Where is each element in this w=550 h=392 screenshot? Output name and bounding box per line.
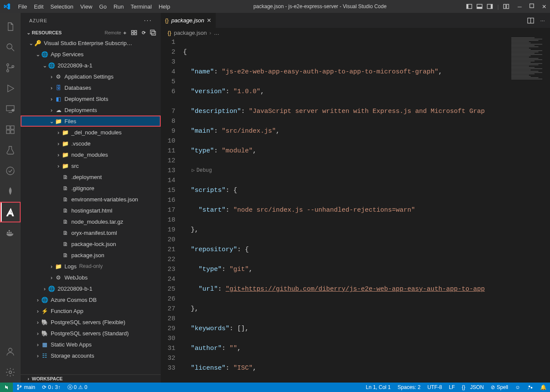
folder-item[interactable]: ›📁node_modules xyxy=(21,149,161,160)
folder-icon: 📁 xyxy=(62,129,69,136)
git-branch[interactable]: main xyxy=(13,383,39,392)
maximize-button[interactable] xyxy=(529,3,534,10)
close-window-button[interactable]: ✕ xyxy=(542,3,547,10)
language-mode[interactable]: {} JSON xyxy=(458,383,487,392)
app-services-node[interactable]: ⌄🌐App Services xyxy=(21,49,161,60)
menu-terminal[interactable]: Terminal xyxy=(127,2,155,12)
group-icon[interactable] xyxy=(131,29,138,36)
site-node[interactable]: ›🌐20220809-b-1 xyxy=(21,283,161,294)
deployments-node[interactable]: ›☁Deployments xyxy=(21,104,161,115)
testing-icon[interactable] xyxy=(0,140,21,161)
file-item[interactable]: 🗎package-lock.json xyxy=(21,238,161,249)
site-node[interactable]: ⌄🌐20220809-a-1 xyxy=(21,60,161,71)
svg-rect-8 xyxy=(530,4,534,8)
accounts-icon[interactable] xyxy=(0,341,21,362)
menu-view[interactable]: View xyxy=(77,2,96,12)
file-item[interactable]: 🗎oryx-manifest.toml xyxy=(21,227,161,238)
file-item[interactable]: 🗎.deployment xyxy=(21,171,161,182)
menu-help[interactable]: Help xyxy=(155,2,174,12)
postgres-flex-node[interactable]: ›🐘PostgreSQL servers (Flexible) xyxy=(21,316,161,328)
problems-status[interactable]: ⓧ0 ⚠0 xyxy=(64,383,91,392)
svg-rect-6 xyxy=(504,4,506,9)
menu-edit[interactable]: Edit xyxy=(31,2,47,12)
sync-status[interactable]: ⟳0↓ 3↑ xyxy=(39,383,64,392)
docker-icon[interactable] xyxy=(0,222,21,243)
file-item[interactable]: 🗎package.json xyxy=(21,249,161,261)
cosmos-node[interactable]: ›🌐Azure Cosmos DB xyxy=(21,294,161,305)
task-icon[interactable] xyxy=(0,161,21,181)
svg-rect-28 xyxy=(131,30,134,32)
file-item[interactable]: 🗎node_modules.tar.gz xyxy=(21,216,161,227)
split-editor-icon[interactable] xyxy=(527,17,534,24)
tweet-feedback-icon[interactable]: ☺ xyxy=(512,383,524,392)
deployment-slots-node[interactable]: ›◧Deployment Slots xyxy=(21,93,161,104)
workspace-section[interactable]: ›WORKSPACE xyxy=(21,374,161,383)
file-icon: 🗎 xyxy=(62,229,69,236)
breadcrumb[interactable]: {} package.json › … xyxy=(161,28,550,37)
layout-icon-2[interactable] xyxy=(477,3,483,9)
static-web-apps-node[interactable]: ›▦Static Web Apps xyxy=(21,339,161,350)
folder-item[interactable]: ›📁.vscode xyxy=(21,138,161,149)
debug-codelens[interactable]: ▷Debug xyxy=(183,166,550,176)
menu-selection[interactable]: Selection xyxy=(47,2,76,12)
folder-item[interactable]: ›📁src xyxy=(21,160,161,171)
menu-go[interactable]: Go xyxy=(96,2,110,12)
file-item[interactable]: 🗎environment-variables.json xyxy=(21,194,161,205)
app-settings-node[interactable]: ›⚙Application Settings xyxy=(21,71,161,82)
layout-icon-1[interactable] xyxy=(466,3,472,9)
file-icon: 🗎 xyxy=(62,252,69,258)
search-icon[interactable] xyxy=(0,37,21,58)
postgres-std-node[interactable]: ›🐘PostgreSQL servers (Standard) xyxy=(21,328,161,339)
minimap[interactable] xyxy=(511,37,550,166)
layout-icon-4[interactable] xyxy=(503,3,509,9)
settings-gear-icon[interactable] xyxy=(0,362,21,383)
add-icon[interactable]: ＋ xyxy=(121,29,128,36)
sidebar-more-icon[interactable]: ··· xyxy=(144,17,152,24)
svg-rect-32 xyxy=(150,30,154,34)
activity-bar xyxy=(0,13,21,383)
indentation[interactable]: Spaces: 2 xyxy=(394,383,424,392)
file-item[interactable]: 🗎.gitignore xyxy=(21,182,161,194)
postgres-icon: 🐘 xyxy=(41,319,48,325)
code-editor[interactable]: 1234567891011121314151617181920212223242… xyxy=(161,37,550,383)
databases-node[interactable]: ›🗄Databases xyxy=(21,82,161,93)
explorer-icon[interactable] xyxy=(0,16,21,37)
svg-point-37 xyxy=(18,389,19,390)
minimize-button[interactable]: ─ xyxy=(518,3,522,10)
eol[interactable]: LF xyxy=(446,383,458,392)
live-share-icon[interactable] xyxy=(524,383,537,392)
cursor-position[interactable]: Ln 1, Col 1 xyxy=(362,383,394,392)
logs-node[interactable]: ›📁LogsRead-only xyxy=(21,261,161,272)
tab-package-json[interactable]: {} package.json ✕ xyxy=(161,13,216,28)
close-tab-icon[interactable]: ✕ xyxy=(207,17,211,24)
editor-more-icon[interactable]: ··· xyxy=(540,17,545,24)
remote-indicator[interactable] xyxy=(0,383,13,392)
menu-file[interactable]: File xyxy=(15,2,31,12)
files-node[interactable]: ⌄📁Files xyxy=(21,115,161,127)
refresh-icon[interactable]: ⟳ xyxy=(140,29,147,36)
source-control-icon[interactable] xyxy=(0,58,21,78)
layout-icon-3[interactable] xyxy=(487,3,493,9)
function-app-node[interactable]: ›⚡Function App xyxy=(21,305,161,316)
subscription-node[interactable]: ⌄🔑Visual Studio Enterprise Subscrip… xyxy=(21,37,161,49)
azure-icon[interactable] xyxy=(0,202,21,222)
chevron-down-icon: ⌄ xyxy=(25,30,32,36)
mongo-icon[interactable] xyxy=(0,181,21,202)
folder-item[interactable]: ›📁_del_node_modules xyxy=(21,127,161,138)
menu-run[interactable]: Run xyxy=(110,2,127,12)
notifications-icon[interactable]: 🔔 xyxy=(537,383,550,392)
collapse-icon[interactable] xyxy=(150,29,156,36)
remote-explorer-icon[interactable] xyxy=(0,99,21,119)
svg-rect-24 xyxy=(10,232,12,233)
file-item[interactable]: 🗎hostingstart.html xyxy=(21,205,161,216)
encoding[interactable]: UTF-8 xyxy=(424,383,446,392)
storage-node[interactable]: ›☷Storage accounts xyxy=(21,350,161,361)
json-icon: {} xyxy=(168,30,171,36)
extensions-icon[interactable] xyxy=(0,119,21,140)
globe-icon: 🌐 xyxy=(48,285,55,292)
resources-section[interactable]: ⌄ RESOURCES Remote ＋ ⟳ xyxy=(21,28,161,37)
code-content[interactable]: { "name": "js-e2e-web-app-easy-auth-app-… xyxy=(183,37,550,383)
webjobs-node[interactable]: ›⚙WebJobs xyxy=(21,272,161,283)
run-debug-icon[interactable] xyxy=(0,78,21,99)
spell-check[interactable]: ⊘Spell xyxy=(487,383,512,392)
